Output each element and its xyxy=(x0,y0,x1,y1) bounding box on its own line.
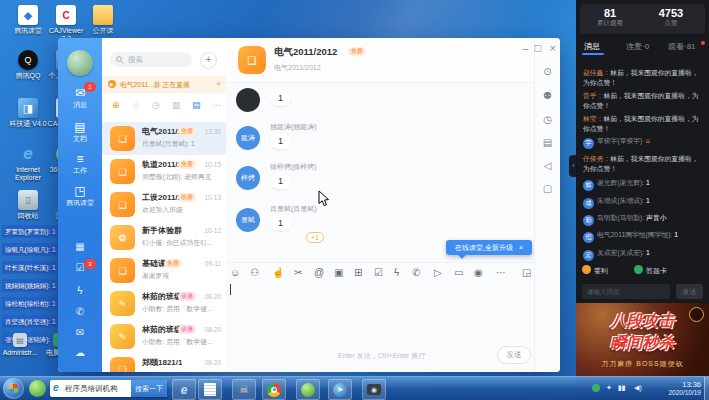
tab-mic[interactable]: 连麦·0 xyxy=(626,41,649,52)
conversation-item[interactable]: ✎ 林茹的班级... 录播 08-20 小助教: 启用「数学健... xyxy=(102,320,226,353)
conversation-item[interactable]: ❑ 电气2011/2... 免费 13:35 肖显斌(肖显斌): 1 xyxy=(102,122,226,155)
360-safe-icon[interactable] xyxy=(29,380,46,397)
sender-avatar[interactable]: 显斌 xyxy=(236,208,260,232)
live-chat-message: 普手：林茹，我来围观你的直播啦，为你点赞！ xyxy=(583,91,704,111)
live-banner[interactable]: ▶ 电气2011...群 正在直播 × xyxy=(102,76,226,93)
chat-message-bubble: 1 xyxy=(270,133,291,149)
tab-viewers[interactable]: 观看·81 xyxy=(668,41,696,52)
conversation-item[interactable]: ❂ 新手体验群 10-12 钉小催: 你已成功在钉... xyxy=(102,221,226,254)
live-message-input[interactable]: 请输入消息 xyxy=(582,284,670,299)
search-input[interactable]: 搜索 xyxy=(110,52,192,67)
todo-check-icon[interactable]: ☑ xyxy=(374,267,383,278)
online-classroom-icon[interactable]: ▭ xyxy=(454,267,463,278)
conversation-item[interactable]: ❑ 轨道2011/2... 免费 10-15 郑楚薇(北姐): 老师再见 xyxy=(102,155,226,188)
image-icon[interactable]: ▣ xyxy=(334,267,343,278)
announcement-icon[interactable]: ◁ xyxy=(535,160,560,171)
desktop-icon-internet-explorer[interactable]: e Internet Explorer xyxy=(9,144,47,182)
sign-in-button[interactable]: 签到 xyxy=(582,265,608,276)
live-tv-icon[interactable]: ▢ xyxy=(535,183,560,194)
group-avatar: ✎ xyxy=(110,324,135,349)
sender-avatar[interactable]: 延涛 xyxy=(236,126,260,150)
sender-avatar[interactable] xyxy=(236,88,260,112)
banner-close-icon[interactable]: × xyxy=(216,79,221,88)
desktop-icon-tencent-classroom[interactable]: ◆ 腾讯课堂 xyxy=(9,5,47,35)
nav-work[interactable]: ≡ 工作 xyxy=(58,152,102,176)
filter-recent-icon[interactable]: ◷ xyxy=(152,100,160,110)
desktop-icon-recycle-bin[interactable]: ▯ 回收站 xyxy=(9,190,47,220)
phone-call-icon[interactable]: ✆ xyxy=(412,267,420,278)
tab-messages[interactable]: 消息 xyxy=(584,41,600,52)
taskbar-app-notepad[interactable] xyxy=(198,379,222,400)
taskbar-app-game[interactable]: ☠ xyxy=(232,379,256,400)
dice-icon[interactable]: ⊞ xyxy=(354,267,362,278)
tray-network-icon[interactable]: ▮▮ xyxy=(618,384,626,392)
game-ad-banner[interactable]: 八段攻击 瞬间秒杀 刀刀麻痹 BOSS随便砍 xyxy=(576,303,709,377)
call-icon[interactable]: ✆ xyxy=(58,306,102,317)
members-icon[interactable]: ⚉ xyxy=(535,90,560,101)
desktop-icon-kejitong[interactable]: ◨ 科技通 V4.0 xyxy=(9,98,47,128)
video-icon[interactable]: ▷ xyxy=(434,267,442,278)
filter-docs-icon[interactable]: ▤ xyxy=(192,100,201,110)
voice-message-icon[interactable]: ⚇ xyxy=(250,267,259,278)
conversation-item[interactable]: ❑ 基础课 免费 09-11 谢谢罗璀 xyxy=(102,254,226,287)
emoji-icon[interactable]: ☺ xyxy=(230,267,240,278)
taskbar-app-camera[interactable]: ◉ xyxy=(362,379,386,400)
history-icon[interactable]: ◷ xyxy=(535,114,560,125)
answer-card-button[interactable]: 答题卡 xyxy=(634,265,667,276)
screenshot-scissors-icon[interactable]: ✂ xyxy=(294,267,302,278)
calendar-icon[interactable]: ▦ xyxy=(58,241,102,252)
filter-star-icon[interactable]: ☆ xyxy=(132,100,140,110)
cloud-icon[interactable]: ☁ xyxy=(58,347,102,358)
more-circle-icon[interactable]: ⊙ xyxy=(535,66,560,77)
mention-icon[interactable]: @ xyxy=(314,267,324,278)
tooltip-close-icon[interactable]: × xyxy=(519,244,523,251)
show-desktop-button[interactable] xyxy=(704,377,709,400)
clock[interactable]: 13:36 2020/10/19 xyxy=(649,380,701,396)
todo-icon[interactable]: ☑ 3 xyxy=(58,262,102,273)
files-icon[interactable]: ▤ xyxy=(535,137,560,148)
taskbar-app-chrome[interactable] xyxy=(262,379,286,400)
quick-action-icon[interactable]: ϟ xyxy=(394,267,399,278)
minimize-button[interactable]: – xyxy=(522,43,528,54)
nav-messages[interactable]: ✉ 消息 2 xyxy=(58,86,102,110)
close-button[interactable]: × xyxy=(550,42,556,54)
taskbar-app-browser-green[interactable] xyxy=(296,379,320,400)
add-button[interactable]: + xyxy=(200,52,217,69)
filter-all-icon[interactable]: ⊕ xyxy=(112,100,120,110)
search-query-text[interactable]: 程序员培训机构 xyxy=(65,384,118,394)
maximize-button[interactable]: ▢ xyxy=(533,43,542,53)
taskbar-search-box[interactable]: e 程序员培训机构 搜索一下 xyxy=(50,380,167,397)
taskbar-app-browser-blue[interactable]: ➤ xyxy=(328,379,352,400)
desktop-icon-open-course-folder[interactable]: 公开课 xyxy=(84,5,122,35)
desktop-icon-administrator[interactable]: ▤ Administr... xyxy=(2,333,38,357)
tray-pc-manager-icon[interactable] xyxy=(592,384,600,393)
reaction-plus-one[interactable]: +1 xyxy=(306,232,324,243)
thumb-up-icon[interactable]: ☝ xyxy=(272,267,284,278)
conversation-item[interactable]: ❑ 工设2011/2... 收费 10-13 欢迎加入班级 xyxy=(102,188,226,221)
sender-avatar[interactable]: 梓烤 xyxy=(236,166,260,190)
quick-actions-icon[interactable]: ϟ xyxy=(58,285,102,296)
group-avatar[interactable]: ❑ xyxy=(238,46,266,74)
user-avatar[interactable] xyxy=(67,50,93,76)
conversation-item[interactable]: ❑ 郑颐1821/1 08-20 xyxy=(102,353,226,372)
conversation-item[interactable]: ✎ 林茹的班级... 录播 08-20 小助教: 启用「数学健... xyxy=(102,287,226,320)
tray-volume-icon[interactable]: ◀) xyxy=(634,384,642,392)
panel-collapse-handle[interactable]: ‹ xyxy=(569,155,578,177)
nav-tencent-classroom[interactable]: ◳ 腾讯课堂 xyxy=(58,184,102,208)
record-icon[interactable]: ◉ xyxy=(474,267,483,278)
filter-more-icon[interactable]: ⋯ xyxy=(212,100,221,110)
classroom-upgrade-tooltip[interactable]: 在线课堂,全新升级 × xyxy=(446,240,532,255)
mail-icon[interactable]: ✉ xyxy=(58,327,102,338)
send-button[interactable]: 发送 xyxy=(497,346,531,364)
tray-usb-icon[interactable]: ✦ xyxy=(606,384,612,392)
start-button[interactable] xyxy=(3,378,24,399)
desktop-icon-qq[interactable]: Q 腾讯QQ xyxy=(9,50,47,80)
message-input[interactable] xyxy=(226,282,535,342)
expand-input-icon[interactable]: ◲ xyxy=(522,267,531,278)
filter-group-icon[interactable]: ▥ xyxy=(172,100,181,110)
taskbar-app-ie[interactable]: e xyxy=(172,379,196,400)
live-send-button[interactable]: 发送 xyxy=(676,284,703,299)
nav-docs[interactable]: ▤ 文档 xyxy=(58,120,102,144)
more-tools-icon[interactable]: ⋯ xyxy=(496,267,506,278)
search-go-button[interactable]: 搜索一下 xyxy=(131,380,167,397)
